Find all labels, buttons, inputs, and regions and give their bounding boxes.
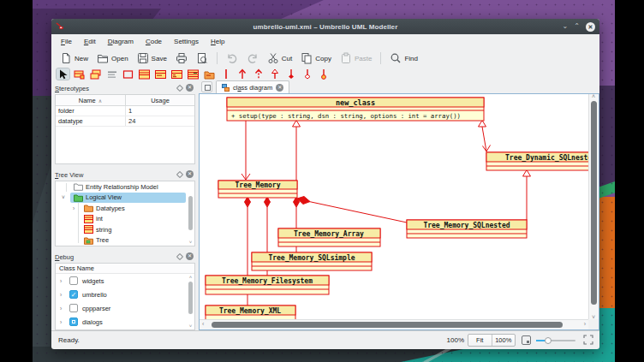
tool-datatype[interactable]	[154, 68, 167, 80]
zoom-slider[interactable]	[536, 340, 575, 341]
tool-select[interactable]	[57, 68, 69, 80]
close-panel-icon[interactable]: ✕	[186, 84, 194, 92]
undo-button[interactable]	[223, 50, 242, 66]
checkbox-partial[interactable]	[69, 317, 78, 326]
scrollbar-thumb[interactable]	[212, 322, 563, 328]
class-box-tree-memory-array[interactable]: Tree_Memory_Array	[278, 228, 380, 246]
menu-code[interactable]: Code	[140, 36, 168, 47]
paste-button[interactable]: Paste	[337, 50, 375, 66]
close-tab-icon[interactable]: ✕	[276, 84, 283, 92]
close-panel-icon[interactable]: ✕	[186, 252, 194, 260]
collapse-arrow-icon[interactable]: ˅	[62, 194, 65, 200]
tree-item-tree[interactable]: Tree	[56, 235, 194, 246]
tool-enum[interactable]	[170, 68, 183, 80]
scrollbar-thumb[interactable]	[591, 101, 597, 305]
table-row[interactable]: datatype 24	[56, 116, 194, 127]
class-box-tree-memory-sqlnested[interactable]: Tree_Memory_SQLnested	[407, 220, 527, 238]
save-button[interactable]: Save	[134, 50, 170, 66]
tool-composition[interactable]	[284, 68, 297, 80]
treeview-header[interactable]: Tree View ✕	[55, 169, 195, 181]
debug-header[interactable]: Debug ✕	[55, 251, 195, 263]
scroll-up-icon[interactable]: ˄	[592, 93, 595, 99]
class-box-tree-memory-filesystem[interactable]: Tree_Memory_Filesystem	[206, 276, 329, 294]
tool-aggregation[interactable]	[301, 68, 313, 80]
debug-item-widgets[interactable]: › widgets	[56, 274, 194, 288]
maximize-button[interactable]: ⌃	[574, 23, 580, 30]
cut-button[interactable]: Cut	[264, 50, 295, 66]
canvas-horizontal-scrollbar[interactable]: ‹ ›	[200, 319, 588, 329]
menu-edit[interactable]: Edit	[78, 36, 102, 47]
print-preview-button[interactable]	[193, 50, 212, 66]
column-name[interactable]: Name∧	[56, 95, 126, 105]
scroll-left-icon[interactable]: ‹	[202, 321, 204, 327]
menu-help[interactable]: Help	[205, 36, 230, 47]
menu-file[interactable]: File	[55, 36, 78, 47]
class-box-new-class[interactable]: new_class + setup(type : string, dsn : s…	[227, 98, 484, 121]
canvas-vertical-scrollbar[interactable]: ˄ ˅	[588, 94, 599, 319]
scrollbar-thumb[interactable]	[188, 282, 193, 314]
scroll-down-icon[interactable]: ˅	[188, 323, 194, 329]
expand-arrow-icon[interactable]: ›	[73, 205, 75, 211]
class-box-tree-memory-xml[interactable]: Tree_Memory_XML	[206, 306, 295, 320]
zoom-slider-handle[interactable]	[545, 337, 552, 344]
tool-text[interactable]	[105, 68, 118, 80]
stereotypes-table-header[interactable]: Name∧ Usage	[56, 95, 194, 106]
redo-button[interactable]	[243, 50, 262, 66]
expand-arrow-icon[interactable]: ›	[60, 319, 62, 325]
find-button[interactable]: Find	[386, 50, 421, 66]
zoom-page-icon[interactable]	[522, 335, 531, 345]
debug-item-dialogs[interactable]: › dialogs	[56, 315, 194, 329]
titlebar[interactable]: umbrello-uml.xmi – Umbrello UML Modeller…	[51, 19, 599, 34]
float-panel-icon[interactable]	[176, 170, 183, 177]
close-button[interactable]: ✕	[586, 22, 595, 32]
scroll-right-icon[interactable]: ›	[584, 321, 586, 327]
expand-arrow-icon[interactable]: ›	[60, 292, 62, 298]
tool-association[interactable]	[219, 68, 232, 80]
scroll-down-icon[interactable]: ˅	[188, 240, 194, 245]
scroll-up-icon[interactable]: ˄	[188, 275, 194, 280]
menu-settings[interactable]: Settings	[168, 36, 205, 47]
new-button[interactable]: New	[57, 50, 92, 66]
tree-item-entity-relationship-model[interactable]: Entity Relationship Model	[56, 181, 194, 193]
diagram-canvas[interactable]: new_class + setup(type : string, dsn : s…	[199, 93, 599, 330]
tool-containment[interactable]	[317, 68, 330, 80]
checkbox-unchecked[interactable]	[69, 276, 78, 285]
edge-comp-treememory-sqlnested[interactable]	[309, 202, 407, 223]
float-panel-icon[interactable]	[176, 252, 183, 259]
class-box-tree-dynamic-sqlnested[interactable]: Tree_Dynamic_SQLnested	[486, 152, 588, 170]
tree-item-datatypes[interactable]: › Datatypes	[56, 203, 194, 214]
fit-button[interactable]: Fit	[468, 335, 492, 346]
minimize-button[interactable]: ⌄	[563, 23, 569, 30]
stereotypes-header[interactable]: Stereotypes ✕	[55, 82, 195, 94]
tool-instance[interactable]	[89, 68, 102, 80]
menu-diagram[interactable]: Diagram	[102, 36, 140, 47]
table-row[interactable]: folder 1	[56, 106, 194, 116]
tree-item-string[interactable]: string	[56, 224, 194, 235]
tree-item-logical-view[interactable]: ˅ Logical View	[56, 193, 194, 204]
tool-uni-association[interactable]	[236, 68, 248, 80]
debug-column-header[interactable]: Class Name	[56, 264, 194, 274]
tool-package[interactable]	[203, 68, 216, 80]
fullscreen-icon[interactable]	[583, 335, 593, 345]
tab-class-diagram[interactable]: class diagram ✕	[216, 80, 289, 93]
tree-item-int[interactable]: int	[56, 214, 194, 225]
debug-scrollbar[interactable]: ˄ ˅	[188, 264, 194, 329]
checkbox-unchecked[interactable]	[69, 304, 78, 312]
open-button[interactable]: Open	[93, 50, 132, 66]
print-button[interactable]	[172, 50, 191, 66]
tool-generalization[interactable]	[268, 68, 281, 80]
scrollbar-thumb[interactable]	[188, 196, 193, 230]
tool-box[interactable]	[122, 68, 134, 80]
checkbox-checked[interactable]: ✓	[69, 290, 78, 299]
float-panel-icon[interactable]	[176, 84, 183, 91]
tool-class[interactable]	[138, 68, 151, 80]
tool-dependency[interactable]	[252, 68, 265, 80]
expand-arrow-icon[interactable]: ›	[60, 306, 62, 312]
detach-tab-button[interactable]	[201, 81, 212, 92]
copy-button[interactable]: Copy	[297, 50, 335, 66]
debug-item-umbrello[interactable]: › ✓ umbrello	[56, 288, 194, 301]
tool-object[interactable]	[73, 68, 86, 80]
expand-arrow-icon[interactable]: ›	[60, 278, 62, 284]
class-box-tree-memory[interactable]: Tree_Memory	[218, 181, 297, 198]
treeview-scrollbar[interactable]: ˅	[188, 182, 194, 245]
